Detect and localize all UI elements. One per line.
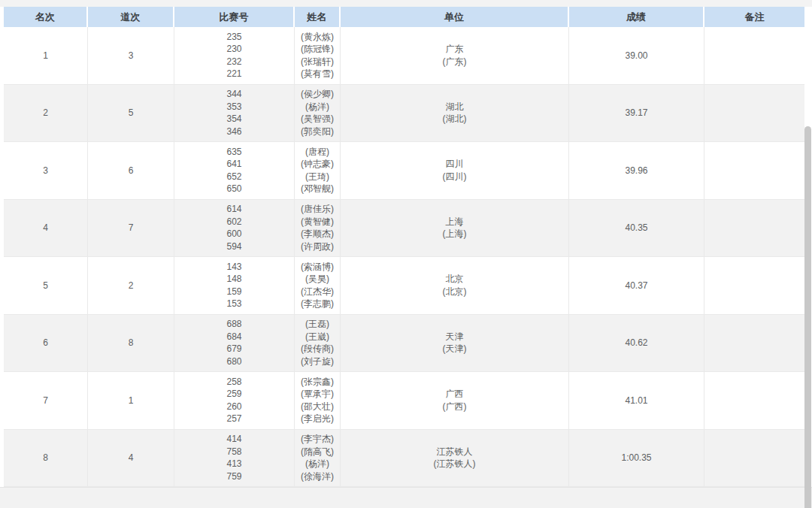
athlete-name: (邓智舰) bbox=[301, 183, 334, 195]
athlete-name: (王崴) bbox=[305, 331, 329, 343]
team-name: (湖北) bbox=[443, 113, 467, 125]
table-row: 5 2 143148159153 (索涵博)(吴昊)(江杰华)(李志鹏) 北京(… bbox=[4, 257, 804, 315]
cell-names: (唐佳乐)(黄智健)(李顺杰)(许周政) bbox=[295, 200, 341, 257]
bib-number: 684 bbox=[226, 331, 241, 343]
athlete-name: (吴智强) bbox=[301, 113, 334, 125]
cell-team: 江苏铁人(江苏铁人) bbox=[341, 430, 569, 487]
bib-number: 679 bbox=[226, 343, 241, 355]
bib-number: 346 bbox=[226, 125, 241, 138]
cell-remark bbox=[704, 200, 804, 257]
athlete-name: (杨洋) bbox=[305, 458, 329, 470]
cell-names: (王磊)(王崴)(段传商)(刘子旋) bbox=[295, 315, 341, 372]
athlete-name: (索涵博) bbox=[301, 261, 334, 274]
table-body: 1 3 235230232221 (黄永炼)(陈冠锋)(张瑞轩)(莫有雪) 广东… bbox=[4, 27, 804, 487]
cell-bibs: 614602600594 bbox=[174, 200, 295, 257]
table-header-row: 名次 道次 比赛号 姓名 单位 成绩 备注 bbox=[4, 7, 804, 27]
cell-result: 39.00 bbox=[569, 27, 704, 84]
athlete-name: (刘子旋) bbox=[301, 355, 334, 368]
bib-number: 344 bbox=[226, 88, 241, 101]
cell-rank: 1 bbox=[4, 27, 88, 84]
bib-number: 641 bbox=[226, 158, 241, 171]
bib-number: 353 bbox=[226, 101, 241, 113]
cell-lane: 6 bbox=[88, 142, 174, 199]
athlete-name: (隋高飞) bbox=[301, 446, 334, 458]
cell-remark bbox=[704, 372, 804, 429]
cell-bibs: 143148159153 bbox=[174, 257, 295, 314]
cell-lane: 2 bbox=[88, 257, 174, 314]
cell-lane: 1 bbox=[88, 372, 174, 429]
column-header-rank: 名次 bbox=[4, 7, 88, 27]
cell-remark bbox=[704, 257, 804, 314]
table-row: 3 6 635641652650 (唐程)(钟志豪)(王琦)(邓智舰) 四川(四… bbox=[4, 142, 804, 200]
athlete-name: (李启光) bbox=[301, 413, 334, 425]
bib-number: 257 bbox=[226, 413, 241, 425]
cell-result: 40.35 bbox=[569, 200, 704, 257]
athlete-name: (莫有雪) bbox=[301, 68, 334, 80]
cell-rank: 6 bbox=[4, 315, 88, 372]
athlete-name: (段传商) bbox=[301, 343, 334, 355]
bib-number: 354 bbox=[226, 113, 241, 125]
cell-team: 湖北(湖北) bbox=[341, 85, 569, 142]
athlete-name: (杨洋) bbox=[305, 101, 329, 113]
cell-team: 上海(上海) bbox=[341, 200, 569, 257]
athlete-name: (王琦) bbox=[305, 171, 329, 183]
cell-names: (黄永炼)(陈冠锋)(张瑞轩)(莫有雪) bbox=[295, 27, 341, 84]
cell-rank: 2 bbox=[4, 85, 88, 142]
cell-bibs: 635641652650 bbox=[174, 142, 295, 199]
cell-names: (唐程)(钟志豪)(王琦)(邓智舰) bbox=[295, 142, 341, 199]
cell-lane: 3 bbox=[88, 27, 174, 84]
athlete-name: (张瑞轩) bbox=[301, 56, 334, 68]
bib-number: 652 bbox=[226, 171, 241, 183]
athlete-name: (钟志豪) bbox=[301, 158, 334, 171]
cell-result: 41.01 bbox=[569, 372, 704, 429]
team-name: 江苏铁人 bbox=[437, 446, 473, 458]
column-header-lane: 道次 bbox=[88, 7, 174, 27]
athlete-name: (许周政) bbox=[301, 240, 334, 253]
cell-rank: 8 bbox=[4, 430, 88, 487]
bib-number: 221 bbox=[226, 68, 241, 80]
cell-team: 北京(北京) bbox=[341, 257, 569, 314]
cell-result: 39.96 bbox=[569, 142, 704, 199]
cell-rank: 5 bbox=[4, 257, 88, 314]
bib-number: 759 bbox=[226, 470, 241, 483]
athlete-name: (李宇杰) bbox=[301, 433, 334, 446]
bib-number: 413 bbox=[226, 458, 241, 470]
cell-remark bbox=[704, 430, 804, 487]
column-header-name: 姓名 bbox=[295, 7, 341, 27]
cell-rank: 4 bbox=[4, 200, 88, 257]
bib-number: 235 bbox=[226, 31, 241, 44]
cell-remark bbox=[704, 315, 804, 372]
cell-lane: 5 bbox=[88, 85, 174, 142]
cell-bibs: 414758413759 bbox=[174, 430, 295, 487]
bib-number: 159 bbox=[226, 286, 241, 298]
cell-bibs: 258259260257 bbox=[174, 372, 295, 429]
team-name: (北京) bbox=[443, 286, 467, 298]
athlete-name: (邵大壮) bbox=[301, 401, 334, 413]
cell-rank: 7 bbox=[4, 372, 88, 429]
team-name: 上海 bbox=[446, 216, 464, 228]
page-top-strip bbox=[0, 0, 812, 7]
bib-number: 260 bbox=[226, 401, 241, 413]
bib-number: 143 bbox=[226, 261, 241, 274]
team-name: 天津 bbox=[446, 331, 464, 343]
table-row: 7 1 258259260257 (张宗鑫)(覃承宇)(邵大壮)(李启光) 广西… bbox=[4, 372, 804, 430]
table-row: 1 3 235230232221 (黄永炼)(陈冠锋)(张瑞轩)(莫有雪) 广东… bbox=[4, 27, 804, 85]
cell-bibs: 688684679680 bbox=[174, 315, 295, 372]
team-name: (天津) bbox=[443, 343, 467, 355]
team-name: 四川 bbox=[446, 158, 464, 171]
athlete-name: (李志鹏) bbox=[301, 298, 334, 310]
cell-rank: 3 bbox=[4, 142, 88, 199]
bib-number: 153 bbox=[226, 298, 241, 310]
team-name: 湖北 bbox=[446, 101, 464, 113]
bib-number: 635 bbox=[226, 146, 241, 159]
bib-number: 602 bbox=[226, 216, 241, 228]
page-bottom-strip bbox=[0, 487, 812, 508]
vertical-scrollbar-thumb[interactable] bbox=[804, 126, 811, 508]
team-name: (广东) bbox=[443, 56, 467, 68]
team-name: (上海) bbox=[443, 228, 467, 240]
bib-number: 148 bbox=[226, 273, 241, 286]
bib-number: 594 bbox=[226, 240, 241, 253]
cell-team: 天津(天津) bbox=[341, 315, 569, 372]
bib-number: 600 bbox=[226, 228, 241, 240]
team-name: (四川) bbox=[443, 171, 467, 183]
